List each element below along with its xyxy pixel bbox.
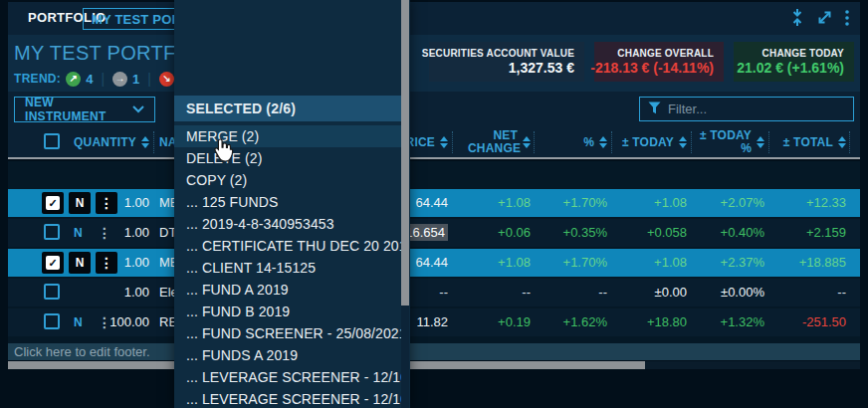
trend-up-icon: ↗	[66, 72, 81, 87]
row-checkbox[interactable]	[44, 313, 60, 329]
dropdown-item-delete[interactable]: DELETE (2)	[174, 147, 401, 169]
trend-down-icon: ↘	[159, 72, 174, 87]
stat-value: -218.13 € (-14.11%)	[590, 60, 714, 76]
dropdown-item-portfolio[interactable]: ... CERTIFICATE THU DEC 20 2018	[174, 235, 401, 257]
editable-footer[interactable]: Click here to edit footer.	[8, 343, 860, 360]
cell-today: +1.08	[615, 189, 687, 217]
dropdown-item-copy[interactable]: COPY (2)	[174, 169, 401, 191]
stat-change-overall: CHANGE OVERALL -218.13 € (-14.11%)	[594, 42, 724, 82]
cell-net-change: +0.06	[458, 219, 531, 247]
column-header-percent[interactable]: %	[538, 127, 607, 157]
cell-net-change: +1.08	[458, 249, 531, 277]
cell-total: +2.159	[772, 219, 846, 247]
cell-percent: +1.62%	[538, 308, 607, 336]
table-row[interactable]: ✓ N ⋮ 1.00 ME 64.44 +1.08 +1.70% +1.08 +…	[8, 189, 860, 217]
sort-icon	[440, 136, 448, 148]
dropdown-item-portfolio[interactable]: ... 125 FUNDS	[174, 191, 401, 213]
kebab-menu-icon[interactable]	[844, 9, 850, 27]
table-body: ✓ N ⋮ 1.00 ME 64.44 +1.08 +1.70% +1.08 +…	[8, 161, 860, 343]
trend-flat-count: 1	[132, 72, 139, 87]
cell-today-percent: +2.07%	[695, 189, 764, 217]
cell-net-change: +1.08	[458, 189, 531, 217]
cell-total: +18.885	[772, 249, 846, 277]
selection-dropdown-panel: SELECTED (2/6) MERGE (2) DELETE (2) COPY…	[174, 0, 410, 408]
dropdown-item-portfolio[interactable]: ... LEVERAGE SCREENER - 12/10/2020	[174, 388, 401, 408]
column-header-today[interactable]: ± TODAY	[615, 127, 687, 157]
cell-percent: +1.70%	[538, 189, 607, 217]
filter-input[interactable]	[668, 102, 845, 116]
column-divider	[691, 131, 692, 153]
stat-securities-account-value: SECURITIES ACCOUNT VALUE 1,327.53 €	[429, 42, 584, 82]
sort-icon	[679, 136, 687, 148]
table-row[interactable]: N ⋮ 1.00 DT 16.654 +0.06 +0.35% +0.058 +…	[8, 219, 860, 247]
cell-today: +0.058	[615, 219, 687, 247]
trend-flat-icon: →	[112, 72, 127, 87]
dropdown-item-portfolio[interactable]: ... LEVERAGE SCREENER - 12/10/2020	[174, 366, 401, 388]
cell-quantity: 1.00	[60, 279, 149, 306]
table-row[interactable]: N ⋮ 100.00 RE 11.82 +0.19 +1.62% +18.80 …	[8, 308, 860, 336]
new-instrument-button[interactable]: NEW INSTRUMENT	[14, 97, 155, 122]
trend-summary: TREND: ↗ 4 | → 1 | ↘ 0	[14, 71, 186, 87]
column-header-total[interactable]: ± TOTAL	[772, 127, 846, 157]
dropdown-item-portfolio[interactable]: ... FUND B 2019	[174, 301, 401, 322]
cell-percent: +1.70%	[538, 249, 607, 277]
cell-net-change: --	[458, 279, 531, 306]
cell-today: ±0.00	[615, 279, 687, 306]
cell-today-percent: +2.37%	[695, 249, 764, 277]
stat-label: CHANGE OVERALL	[617, 48, 714, 59]
expand-diagonal-icon[interactable]	[816, 9, 833, 26]
collapse-vertical-icon[interactable]	[789, 8, 805, 27]
cell-today: +18.80	[615, 308, 687, 336]
row-checkbox[interactable]	[44, 224, 60, 240]
cell-today-percent: +0.40%	[695, 219, 764, 247]
cell-percent: --	[538, 279, 607, 306]
trend-label: TREND:	[14, 72, 61, 86]
stat-label: SECURITIES ACCOUNT VALUE	[422, 48, 574, 59]
cell-quantity: 1.00	[60, 189, 149, 217]
cell-quantity: 100.00	[60, 308, 149, 336]
new-instrument-label: NEW INSTRUMENT	[25, 96, 132, 123]
sort-icon	[838, 136, 846, 148]
table-row[interactable]: 1.00 Ele -- -- -- ±0.00 ±0.00% --	[8, 279, 860, 306]
cell-total: --	[772, 279, 846, 306]
filter-input-box[interactable]	[639, 97, 854, 121]
column-header-net-change[interactable]: NET CHANGE	[458, 127, 531, 157]
column-divider	[611, 131, 612, 153]
toolbar: NEW INSTRUMENT	[8, 92, 860, 127]
row-checkbox[interactable]	[44, 284, 60, 300]
dropdown-item-portfolio[interactable]: ... FUNDS A 2019	[174, 344, 401, 366]
vertical-scrollbar-track	[401, 0, 409, 408]
dropdown-item-portfolio[interactable]: ... 2019-4-8-340953453	[174, 213, 401, 235]
top-bar: PORTFOLIO MY TEST PORTFOLIO	[8, 2, 860, 35]
trend-separator: |	[147, 71, 151, 87]
stat-change-today: CHANGE TODAY 21.02 € (+1.61%)	[734, 42, 854, 82]
stat-label: CHANGE TODAY	[762, 48, 844, 59]
select-all-checkbox[interactable]	[44, 133, 60, 149]
column-divider	[768, 131, 769, 153]
check-icon: ✓	[46, 196, 60, 210]
dropdown-item-merge[interactable]: MERGE (2)	[174, 125, 401, 147]
column-divider	[452, 131, 453, 153]
dropdown-group-header: SELECTED (2/6)	[174, 96, 401, 121]
sort-icon	[141, 136, 149, 148]
column-divider	[534, 131, 535, 153]
widget-header: MY TEST PORTFOLIO TREND: ↗ 4 | → 1 | ↘ 0…	[8, 35, 860, 92]
funnel-icon	[648, 101, 661, 118]
stat-value: 1,327.53 €	[509, 60, 574, 76]
column-divider	[849, 131, 850, 153]
vertical-scrollbar-thumb[interactable]	[401, 0, 409, 306]
sort-icon	[523, 136, 531, 148]
table-row[interactable]: ✓ N ⋮ 1.00 ME 64.44 +1.08 +1.70% +1.08 +…	[8, 249, 860, 277]
cell-today-percent: ±0.00%	[695, 279, 764, 306]
check-icon: ✓	[46, 256, 60, 270]
column-header-quantity[interactable]: QUANTITY	[60, 127, 149, 157]
cell-net-change: +0.19	[458, 308, 531, 336]
portfolio-app: PORTFOLIO MY TEST PORTFOLIO	[0, 0, 868, 408]
cell-today: +1.08	[615, 249, 687, 277]
cell-percent: +0.35%	[538, 219, 607, 247]
column-header-today-percent[interactable]: ± TODAY %	[695, 127, 764, 157]
dropdown-item-portfolio[interactable]: ... CLIENT 14-15125	[174, 257, 401, 279]
dropdown-item-portfolio[interactable]: ... FUND A 2019	[174, 279, 401, 301]
cell-today-percent: +1.32%	[695, 308, 764, 336]
dropdown-item-portfolio[interactable]: ... FUND SCREENER - 25/08/2021	[174, 322, 401, 344]
